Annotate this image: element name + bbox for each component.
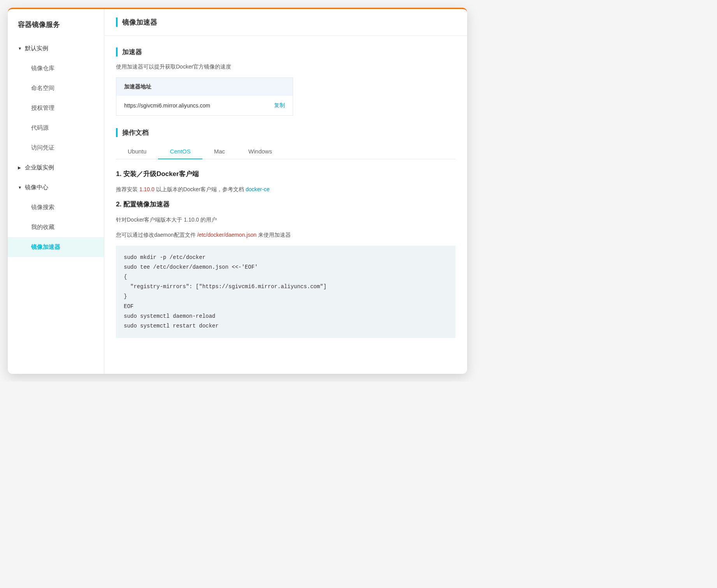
sidebar-group-label: 镜像中心 [25, 184, 48, 191]
sidebar-item[interactable]: 我的收藏 [8, 217, 104, 237]
sidebar-group[interactable]: ▶企业版实例 [8, 158, 104, 178]
caret-down-icon: ▼ [18, 185, 23, 190]
sidebar-group[interactable]: ▼默认实例 [8, 39, 104, 58]
page-header: 镜像加速器 [104, 9, 467, 36]
accelerator-address-table: 加速器地址 https://sgivcmi6.mirror.aliyuncs.c… [116, 77, 293, 116]
address-table-row: https://sgivcmi6.mirror.aliyuncs.com 复制 [116, 96, 293, 115]
step1-title: 1. 安装／升级Docker客户端 [116, 169, 455, 178]
daemon-json-path: /etc/docker/daemon.json [197, 232, 257, 238]
sidebar-group[interactable]: ▼镜像中心 [8, 178, 104, 197]
code-block[interactable]: sudo mkdir -p /etc/docker sudo tee /etc/… [116, 246, 455, 338]
content-area: 加速器 使用加速器可以提升获取Docker官方镜像的速度 加速器地址 https… [104, 36, 467, 347]
docker-ce-link[interactable]: docker-ce [246, 186, 269, 192]
tab-windows[interactable]: Windows [237, 144, 284, 159]
sidebar-title: 容器镜像服务 [8, 16, 104, 39]
step1-text: 推荐安装 1.10.0 以上版本的Docker客户端，参考文档 docker-c… [116, 185, 455, 194]
sidebar-item[interactable]: 授权管理 [8, 98, 104, 118]
page-title: 镜像加速器 [116, 18, 455, 27]
sidebar-group-label: 默认实例 [25, 45, 48, 52]
step1-text-pre: 推荐安装 [116, 186, 139, 192]
copy-button[interactable]: 复制 [274, 102, 285, 109]
address-table-header: 加速器地址 [116, 78, 293, 96]
sidebar-item[interactable]: 镜像加速器 [8, 237, 104, 257]
caret-right-icon: ▶ [18, 165, 23, 170]
step2-title: 2. 配置镜像加速器 [116, 200, 455, 209]
sidebar-item[interactable]: 代码源 [8, 118, 104, 138]
step1-text-mid: 以上版本的Docker客户端，参考文档 [155, 186, 246, 192]
sidebar: 容器镜像服务 ▼默认实例镜像仓库命名空间授权管理代码源访问凭证▶企业版实例▼镜像… [8, 9, 104, 374]
docs-section-title: 操作文档 [116, 128, 455, 137]
sidebar-item[interactable]: 镜像搜索 [8, 197, 104, 217]
sidebar-item[interactable]: 访问凭证 [8, 138, 104, 158]
step2-line2-pre: 您可以通过修改daemon配置文件 [116, 232, 197, 238]
step2-line2: 您可以通过修改daemon配置文件 /etc/docker/daemon.jso… [116, 230, 455, 240]
tab-centos[interactable]: CentOS [158, 144, 202, 159]
step2-line2-post: 来使用加速器 [257, 232, 291, 238]
accelerator-section-title: 加速器 [116, 48, 455, 56]
sidebar-item[interactable]: 命名空间 [8, 78, 104, 98]
tab-mac[interactable]: Mac [202, 144, 237, 159]
step2-line1: 针对Docker客户端版本大于 1.10.0 的用户 [116, 215, 455, 225]
step1-version: 1.10.0 [139, 186, 155, 192]
sidebar-group-label: 企业版实例 [25, 164, 54, 171]
accelerator-address-value: https://sgivcmi6.mirror.aliyuncs.com [124, 102, 210, 109]
accelerator-desc: 使用加速器可以提升获取Docker官方镜像的速度 [116, 63, 455, 70]
sidebar-nav: ▼默认实例镜像仓库命名空间授权管理代码源访问凭证▶企业版实例▼镜像中心镜像搜索我… [8, 39, 104, 257]
app-window: 容器镜像服务 ▼默认实例镜像仓库命名空间授权管理代码源访问凭证▶企业版实例▼镜像… [8, 8, 467, 374]
sidebar-item[interactable]: 镜像仓库 [8, 58, 104, 78]
caret-down-icon: ▼ [18, 46, 23, 51]
main-content: 镜像加速器 加速器 使用加速器可以提升获取Docker官方镜像的速度 加速器地址… [104, 9, 467, 374]
tab-ubuntu[interactable]: Ubuntu [116, 144, 158, 159]
os-tabs: UbuntuCentOSMacWindows [116, 144, 455, 159]
